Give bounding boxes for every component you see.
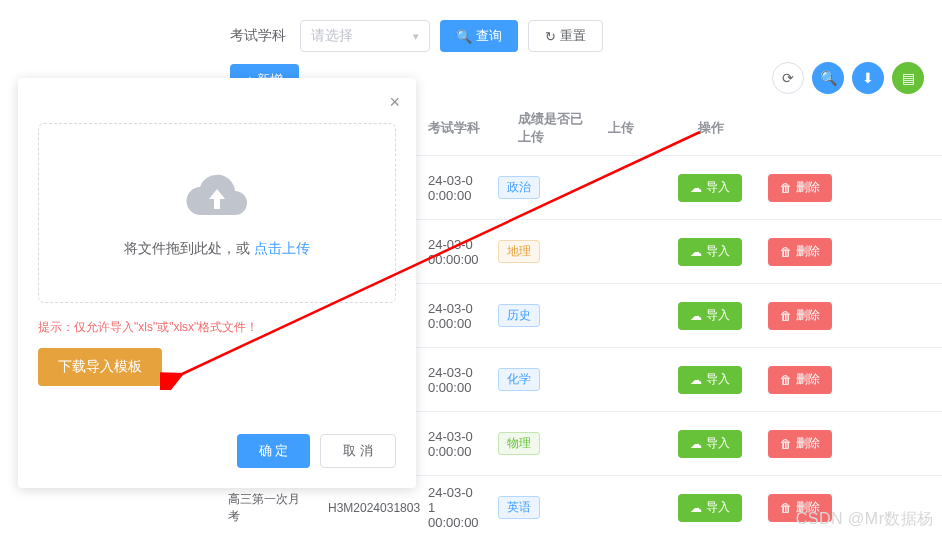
exam-time: 0:00:00: [428, 188, 478, 203]
upload-dropzone[interactable]: 将文件拖到此处，或 点击上传: [38, 123, 396, 303]
search-circle-button[interactable]: 🔍: [812, 62, 844, 94]
th-upload: 上传: [598, 111, 688, 145]
delete-button[interactable]: 🗑 删除: [768, 366, 832, 394]
reset-button[interactable]: ↻ 重置: [528, 20, 603, 52]
exam-date: 24-03-0: [428, 429, 478, 444]
uploaded-cell: [578, 436, 668, 452]
cloud-icon: ☁: [690, 501, 702, 515]
exam-time: 0:00:00: [428, 380, 478, 395]
import-modal: × 将文件拖到此处，或 点击上传 提示：仅允许导入"xls"或"xlsx"格式文…: [18, 78, 416, 488]
exam-date: 24-03-0: [428, 237, 478, 252]
subject-tag: 英语: [498, 496, 540, 519]
trash-icon: 🗑: [780, 245, 792, 259]
exam-time: 0:00:00: [428, 316, 478, 331]
import-button[interactable]: ☁ 导入: [678, 366, 742, 394]
trash-icon: 🗑: [780, 373, 792, 387]
cloud-icon: ☁: [690, 309, 702, 323]
delete-button[interactable]: 🗑 删除: [768, 174, 832, 202]
delete-button[interactable]: 🗑 删除: [768, 302, 832, 330]
cloud-icon: ☁: [690, 245, 702, 259]
cloud-icon: ☁: [690, 437, 702, 451]
exam-date: 24-03-0: [428, 485, 478, 500]
uploaded-cell: [578, 372, 668, 388]
subject-tag: 历史: [498, 304, 540, 327]
export-circle-button[interactable]: ▤: [892, 62, 924, 94]
upload-click-link[interactable]: 点击上传: [254, 240, 310, 256]
exam-time: 00:00:00: [428, 252, 478, 267]
trash-icon: 🗑: [780, 309, 792, 323]
exam-date: 24-03-0: [428, 301, 478, 316]
import-button[interactable]: ☁ 导入: [678, 238, 742, 266]
th-subject: 考试学科: [418, 111, 508, 145]
import-button[interactable]: ☁ 导入: [678, 302, 742, 330]
download-circle-button[interactable]: ⬇: [852, 62, 884, 94]
close-icon[interactable]: ×: [389, 92, 400, 113]
subject-tag: 化学: [498, 368, 540, 391]
file-format-hint: 提示：仅允许导入"xls"或"xlsx"格式文件！: [38, 319, 396, 336]
delete-button[interactable]: 🗑 删除: [768, 430, 832, 458]
subject-tag: 物理: [498, 432, 540, 455]
uploaded-cell: [578, 180, 668, 196]
upload-text: 将文件拖到此处，或 点击上传: [124, 240, 310, 258]
select-placeholder: 请选择: [311, 27, 353, 45]
th-ops: 操作: [688, 111, 942, 145]
query-button[interactable]: 🔍 查询: [440, 20, 518, 52]
uploaded-cell: [578, 500, 668, 516]
subject-tag: 政治: [498, 176, 540, 199]
cloud-icon: ☁: [690, 181, 702, 195]
confirm-button[interactable]: 确 定: [237, 434, 311, 468]
refresh-circle-button[interactable]: ⟳: [772, 62, 804, 94]
exam-name: 高三第一次月考: [218, 483, 318, 533]
import-button[interactable]: ☁ 导入: [678, 430, 742, 458]
subject-select[interactable]: 请选择 ▾: [300, 20, 430, 52]
query-button-label: 查询: [476, 27, 502, 45]
uploaded-cell: [578, 244, 668, 260]
subject-tag: 地理: [498, 240, 540, 263]
watermark: CSDN @Mr数据杨: [796, 509, 934, 530]
import-button[interactable]: ☁ 导入: [678, 494, 742, 522]
exam-time: 0:00:00: [428, 444, 478, 459]
search-icon: 🔍: [456, 29, 472, 44]
upload-drop-text: 将文件拖到此处，或: [124, 240, 254, 256]
th-uploaded: 成绩是否已上传: [508, 102, 598, 154]
filter-label: 考试学科: [230, 27, 286, 45]
exam-date: 24-03-0: [428, 365, 478, 380]
import-button[interactable]: ☁ 导入: [678, 174, 742, 202]
trash-icon: 🗑: [780, 437, 792, 451]
trash-icon: 🗑: [780, 181, 792, 195]
exam-time: 1 00:00:00: [428, 500, 478, 530]
trash-icon: 🗑: [780, 501, 792, 515]
chevron-down-icon: ▾: [413, 30, 419, 43]
delete-button[interactable]: 🗑 删除: [768, 238, 832, 266]
cloud-icon: ☁: [690, 373, 702, 387]
reset-icon: ↻: [545, 29, 556, 44]
reset-button-label: 重置: [560, 27, 586, 45]
cancel-button[interactable]: 取 消: [320, 434, 396, 468]
download-template-button[interactable]: 下载导入模板: [38, 348, 162, 386]
exam-date: 24-03-0: [428, 173, 478, 188]
cloud-upload-icon: [185, 169, 249, 222]
exam-code: H3M2024031803: [318, 493, 418, 523]
uploaded-cell: [578, 308, 668, 324]
